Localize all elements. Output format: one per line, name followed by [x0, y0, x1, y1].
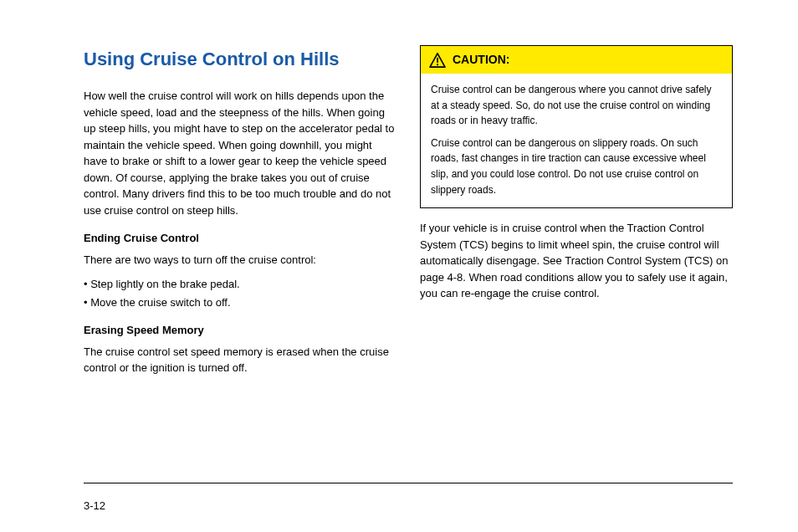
- subheading-ending: Ending Cruise Control: [84, 230, 396, 247]
- left-column: Using Cruise Control on Hills How well t…: [84, 45, 396, 385]
- caution-callout: CAUTION: Cruise control can be dangerous…: [420, 45, 733, 208]
- footer-rule: [84, 483, 733, 483]
- bullet-item: • Step lightly on the brake pedal.: [84, 276, 396, 293]
- right-column: CAUTION: Cruise control can be dangerous…: [420, 45, 733, 385]
- caution-paragraph: Cruise control can be dangerous on slipp…: [431, 136, 722, 197]
- caution-label: CAUTION:: [453, 51, 509, 69]
- caution-paragraph: Cruise control can be dangerous where yo…: [431, 82, 722, 129]
- body-paragraph: How well the cruise control will work on…: [84, 88, 396, 218]
- body-paragraph: There are two ways to turn off the cruis…: [84, 252, 396, 269]
- caution-body: Cruise control can be dangerous where yo…: [421, 74, 732, 207]
- body-paragraph: If your vehicle is in cruise control whe…: [420, 220, 733, 302]
- bullet-item: • Move the cruise switch to off.: [84, 294, 396, 311]
- page-number: 3-12: [84, 499, 105, 512]
- subheading-erasing: Erasing Speed Memory: [84, 322, 396, 339]
- section-heading: Using Cruise Control on Hills: [84, 45, 396, 73]
- caution-header: CAUTION:: [421, 46, 732, 74]
- body-paragraph: The cruise control set speed memory is e…: [84, 344, 396, 376]
- svg-point-1: [437, 64, 438, 65]
- warning-triangle-icon: [429, 53, 446, 68]
